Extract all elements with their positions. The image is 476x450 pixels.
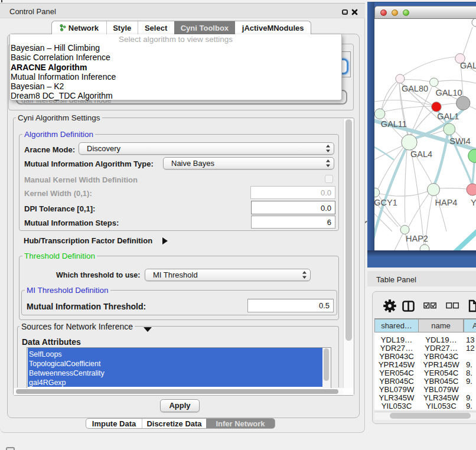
- svg-text:SWI4: SWI4: [449, 136, 470, 146]
- svg-text:YH: YH: [471, 198, 476, 207]
- svg-text:GAL1: GAL1: [437, 112, 459, 121]
- svg-text:GAL80: GAL80: [402, 84, 428, 93]
- svg-text:HAP4: HAP4: [435, 198, 458, 207]
- svg-text:GAL7: GAL7: [460, 61, 476, 70]
- svg-text:HAP2: HAP2: [406, 234, 428, 243]
- svg-text:GAL10: GAL10: [435, 88, 462, 97]
- svg-text:GAL4: GAL4: [410, 149, 432, 159]
- svg-text:GAL11: GAL11: [381, 119, 407, 129]
- svg-text:GCY1: GCY1: [374, 198, 397, 207]
